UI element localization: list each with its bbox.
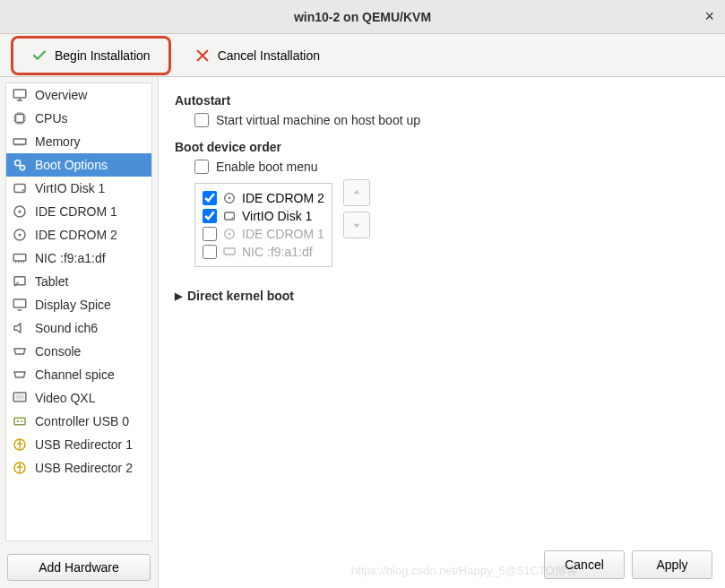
svg-point-22 [229, 197, 231, 200]
sidebar-item-cpus[interactable]: CPUs [6, 107, 151, 130]
sidebar-item-label: Channel spice [35, 368, 115, 382]
optical-icon [12, 203, 28, 220]
autostart-section-title: Autostart [175, 93, 709, 108]
add-hardware-button[interactable]: Add Hardware [7, 554, 151, 581]
optical-icon [222, 227, 237, 241]
enable-boot-menu-checkbox[interactable] [194, 160, 209, 174]
sidebar-item-label: Console [35, 344, 81, 359]
sidebar-item-label: Tablet [35, 274, 68, 289]
sidebar-item-label: Video QXL [35, 391, 95, 405]
cancel-installation-label: Cancel Installation [218, 48, 320, 63]
svg-rect-27 [224, 248, 235, 255]
enable-boot-menu-row[interactable]: Enable boot menu [194, 160, 709, 174]
sidebar-item-sound-ich6[interactable]: Sound ich6 [6, 316, 151, 340]
svg-point-18 [21, 420, 22, 422]
window-title: win10-2 on QEMU/KVM [294, 10, 431, 24]
sidebar-item-label: NIC :f9:a1:df [35, 251, 106, 265]
svg-rect-12 [14, 277, 25, 285]
sidebar-item-channel-spice[interactable]: Channel spice [6, 363, 151, 386]
svg-rect-2 [13, 139, 26, 144]
sidebar-item-memory[interactable]: Memory [6, 130, 151, 153]
sidebar-item-boot-options[interactable]: Boot Options [6, 153, 151, 177]
dialog-footer: Cancel Apply [544, 550, 712, 579]
sidebar-item-controller-usb-0[interactable]: Controller USB 0 [6, 410, 151, 433]
sidebar-item-video-qxl[interactable]: Video QXL [6, 386, 151, 410]
cancel-button[interactable]: Cancel [544, 550, 625, 579]
svg-point-3 [15, 160, 21, 166]
boot-order-buttons [343, 179, 370, 238]
memory-icon [12, 134, 28, 150]
svg-rect-0 [13, 90, 26, 98]
sound-icon [12, 320, 28, 336]
sidebar-item-label: USB Redirector 1 [35, 437, 133, 452]
sidebar-item-label: CPUs [35, 111, 68, 125]
sidebar-item-label: Boot Options [35, 158, 108, 172]
svg-rect-15 [16, 394, 24, 399]
sidebar-item-nic-f9-a1-df[interactable]: NIC :f9:a1:df [6, 246, 151, 270]
sidebar-item-label: Display Spice [35, 298, 111, 312]
sidebar-item-tablet[interactable]: Tablet [6, 270, 151, 293]
sidebar-item-usb-redirector-1[interactable]: USB Redirector 1 [6, 433, 151, 456]
bootorder-section-title: Boot device order [175, 140, 709, 154]
triangle-right-icon: ▶ [175, 290, 182, 302]
begin-installation-label: Begin Installation [55, 48, 151, 63]
hardware-list: OverviewCPUsMemoryBoot OptionsVirtIO Dis… [5, 82, 152, 541]
nic-icon [222, 245, 237, 259]
boot-item-checkbox[interactable] [203, 245, 217, 259]
begin-installation-button[interactable]: Begin Installation [21, 42, 161, 69]
sidebar-item-console[interactable]: Console [6, 340, 151, 363]
sidebar: OverviewCPUsMemoryBoot OptionsVirtIO Dis… [0, 77, 159, 588]
sidebar-item-display-spice[interactable]: Display Spice [6, 293, 151, 316]
autostart-checkbox-label: Start virtual machine on host boot up [216, 113, 420, 127]
sidebar-item-label: IDE CDROM 2 [35, 228, 117, 242]
optical-icon [222, 191, 237, 205]
begin-installation-highlight: Begin Installation [11, 36, 171, 75]
svg-point-26 [229, 233, 231, 236]
check-icon [31, 48, 47, 64]
svg-point-17 [17, 420, 19, 422]
boot-item-virtio-disk-1[interactable]: VirtIO Disk 1 [203, 207, 324, 225]
boot-item-ide-cdrom-1[interactable]: IDE CDROM 1 [203, 225, 324, 243]
boot-item-checkbox[interactable] [203, 191, 217, 205]
sidebar-item-overview[interactable]: Overview [6, 83, 151, 107]
video-icon [12, 390, 28, 406]
serial-icon [12, 367, 28, 383]
sidebar-item-label: VirtIO Disk 1 [35, 181, 105, 195]
boot-item-nic-f9-a1-df[interactable]: NIC :f9:a1:df [203, 243, 324, 261]
cancel-icon [194, 48, 211, 64]
cancel-installation-button[interactable]: Cancel Installation [184, 42, 331, 69]
sidebar-item-usb-redirector-2[interactable]: USB Redirector 2 [6, 456, 151, 480]
boot-item-label: IDE CDROM 2 [242, 191, 324, 205]
sidebar-item-ide-cdrom-1[interactable]: IDE CDROM 1 [6, 200, 151, 223]
gears-icon [12, 157, 28, 173]
sidebar-item-virtio-disk-1[interactable]: VirtIO Disk 1 [6, 177, 151, 200]
sidebar-item-ide-cdrom-2[interactable]: IDE CDROM 2 [6, 223, 151, 246]
usb-icon [12, 437, 28, 453]
autostart-checkbox[interactable] [194, 113, 209, 127]
optical-icon [12, 227, 28, 243]
svg-rect-16 [14, 418, 25, 425]
disk-icon [222, 209, 237, 223]
svg-point-10 [19, 234, 22, 237]
close-icon[interactable]: × [704, 7, 714, 26]
sidebar-item-label: Overview [35, 88, 87, 102]
direct-kernel-boot-expander[interactable]: ▶ Direct kernel boot [175, 289, 709, 303]
sidebar-item-label: Memory [35, 134, 81, 149]
display-icon [12, 297, 28, 313]
boot-item-ide-cdrom-2[interactable]: IDE CDROM 2 [203, 189, 324, 207]
svg-point-24 [231, 217, 233, 219]
boot-item-checkbox[interactable] [203, 209, 217, 223]
sidebar-item-label: Controller USB 0 [35, 414, 129, 428]
svg-rect-11 [13, 255, 26, 262]
autostart-checkbox-row[interactable]: Start virtual machine on host boot up [194, 113, 709, 127]
monitor-icon [12, 87, 28, 103]
apply-button[interactable]: Apply [632, 550, 712, 579]
usb-controller-icon [12, 413, 28, 429]
svg-rect-13 [13, 299, 26, 307]
svg-point-8 [19, 211, 22, 213]
sidebar-item-label: IDE CDROM 1 [35, 204, 117, 219]
move-down-button[interactable] [343, 212, 370, 238]
boot-item-checkbox[interactable] [203, 227, 217, 241]
move-up-button[interactable] [343, 179, 370, 206]
toolbar: Begin Installation Cancel Installation [0, 34, 725, 77]
